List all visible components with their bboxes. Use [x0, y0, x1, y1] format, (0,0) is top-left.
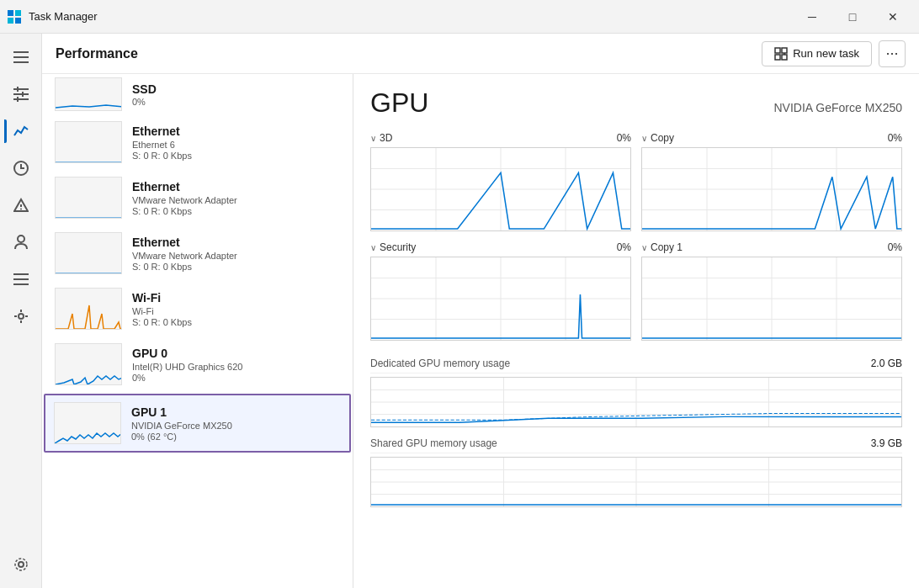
- svg-rect-19: [13, 278, 29, 280]
- svg-rect-18: [13, 273, 29, 275]
- dedicated-memory-chart: [370, 377, 902, 427]
- ethernet3-chart: [55, 232, 122, 274]
- svg-rect-2: [8, 18, 13, 24]
- svg-rect-30: [775, 55, 780, 60]
- svg-point-27: [15, 559, 27, 570]
- shared-memory-label: Shared GPU memory usage: [370, 437, 497, 449]
- chart-security: ∨ Security 0%: [370, 241, 631, 341]
- svg-rect-6: [13, 61, 29, 63]
- chevron-copy1-icon[interactable]: ∨: [641, 243, 647, 252]
- chart-copy1: ∨ Copy 1 0%: [641, 241, 902, 341]
- svg-rect-28: [775, 48, 780, 53]
- list-item-selected[interactable]: GPU 1 NVIDIA GeForce MX250 0% (62 °C): [44, 394, 351, 453]
- icon-nav: [0, 34, 42, 588]
- chart-copy-value: 0%: [888, 132, 902, 144]
- wifi-chart: [55, 288, 122, 330]
- gpu0-sub: Intel(R) UHD Graphics 620: [132, 362, 343, 372]
- svg-point-21: [19, 314, 24, 319]
- minimize-button[interactable]: ─: [793, 3, 831, 30]
- svg-rect-20: [13, 283, 29, 285]
- gpu0-chart: [55, 343, 122, 385]
- list-item[interactable]: SSD 0%: [42, 74, 353, 114]
- gpu0-stat: 0%: [132, 373, 343, 383]
- dedicated-memory-row: Dedicated GPU memory usage 2.0 GB: [370, 354, 902, 373]
- chevron-copy-icon[interactable]: ∨: [641, 134, 647, 143]
- chevron-3d-icon[interactable]: ∨: [370, 134, 376, 143]
- nav-app-history[interactable]: [4, 151, 38, 185]
- ssd-chart: [55, 77, 122, 111]
- shared-memory-chart: [370, 457, 902, 507]
- chart-copy1-box: [641, 257, 902, 341]
- nav-users[interactable]: [4, 225, 38, 259]
- shared-memory-value: 3.9 GB: [871, 437, 902, 449]
- list-item[interactable]: GPU 0 Intel(R) UHD Graphics 620 0%: [42, 336, 353, 392]
- chart-copy: ∨ Copy 0%: [641, 132, 902, 231]
- gpu0-name: GPU 0: [132, 347, 343, 360]
- wifi-name: Wi-Fi: [132, 291, 343, 305]
- svg-point-17: [18, 236, 24, 242]
- svg-rect-9: [13, 98, 29, 100]
- nav-settings[interactable]: [4, 548, 38, 581]
- wifi-sub: Wi-Fi: [132, 306, 343, 316]
- gpu1-sub: NVIDIA GeForce MX250: [131, 421, 341, 431]
- svg-rect-3: [15, 18, 21, 24]
- nav-hamburger[interactable]: [4, 40, 38, 74]
- header-actions: Run new task ···: [762, 40, 906, 67]
- run-task-label: Run new task: [793, 47, 859, 60]
- ethernet3-stat: S: 0 R: 0 Kbps: [132, 262, 343, 272]
- nav-services[interactable]: [4, 299, 38, 333]
- chart-3d-box: [370, 147, 631, 231]
- ethernet1-chart: [55, 121, 122, 163]
- nav-performance[interactable]: [4, 114, 38, 148]
- content-header: Performance Run new task ···: [42, 34, 919, 74]
- list-item[interactable]: Ethernet VMware Network Adapter S: 0 R: …: [42, 170, 353, 225]
- chart-security-box: [370, 257, 631, 341]
- list-item[interactable]: Ethernet VMware Network Adapter S: 0 R: …: [42, 225, 353, 281]
- svg-rect-11: [22, 92, 24, 97]
- svg-rect-0: [8, 10, 13, 16]
- svg-rect-10: [17, 87, 19, 92]
- svg-rect-12: [17, 97, 19, 102]
- ethernet1-stat: S: 0 R: 0 Kbps: [132, 151, 343, 161]
- wifi-stat: S: 0 R: 0 Kbps: [132, 317, 343, 327]
- chart-security-value: 0%: [617, 241, 631, 253]
- chart-3d-label: 3D: [380, 132, 392, 144]
- list-item[interactable]: Wi-Fi Wi-Fi S: 0 R: 0 Kbps: [42, 281, 353, 336]
- ethernet3-name: Ethernet: [132, 236, 343, 249]
- close-button[interactable]: ✕: [874, 3, 912, 30]
- performance-list[interactable]: SSD 0% Ethernet Ethernet 6 S: 0 R: 0 K: [42, 74, 353, 588]
- list-item[interactable]: Ethernet Ethernet 6 S: 0 R: 0 Kbps: [42, 114, 353, 170]
- window-controls: ─ □ ✕: [793, 3, 912, 30]
- ethernet2-chart: [55, 177, 122, 219]
- ethernet1-sub: Ethernet 6: [132, 140, 343, 150]
- gpu-model: NVIDIA GeForce MX250: [773, 101, 902, 114]
- chevron-security-icon[interactable]: ∨: [370, 243, 376, 252]
- app-title: Task Manager: [29, 10, 98, 23]
- ssd-stat: 0%: [132, 97, 343, 107]
- ssd-name: SSD: [132, 82, 343, 96]
- chart-copy1-label: Copy 1: [651, 241, 683, 253]
- gpu-header: GPU NVIDIA GeForce MX250: [370, 87, 902, 119]
- svg-rect-8: [13, 93, 29, 95]
- run-new-task-button[interactable]: Run new task: [762, 41, 872, 66]
- app-body: Performance Run new task ···: [0, 34, 919, 588]
- dedicated-memory-value: 2.0 GB: [871, 358, 902, 369]
- restore-button[interactable]: □: [833, 3, 872, 30]
- more-options-button[interactable]: ···: [879, 40, 906, 67]
- content-body: SSD 0% Ethernet Ethernet 6 S: 0 R: 0 K: [42, 74, 919, 588]
- svg-rect-31: [782, 55, 787, 60]
- gpu1-name: GPU 1: [131, 405, 341, 419]
- svg-rect-4: [13, 51, 29, 53]
- gpu1-chart: [54, 402, 121, 444]
- shared-memory-row: Shared GPU memory usage 3.9 GB: [370, 434, 902, 453]
- gpu1-stat: 0% (62 °C): [131, 432, 341, 442]
- nav-details[interactable]: [4, 262, 38, 296]
- ethernet1-name: Ethernet: [132, 124, 343, 138]
- charts-grid: ∨ 3D 0%: [370, 132, 902, 341]
- nav-startup[interactable]: [4, 188, 38, 222]
- nav-processes[interactable]: [4, 77, 38, 111]
- gpu-detail-panel: GPU NVIDIA GeForce MX250 ∨ 3D 0%: [353, 74, 919, 588]
- app-icon: [7, 9, 22, 24]
- ethernet2-stat: S: 0 R: 0 Kbps: [132, 206, 343, 216]
- chart-security-label: Security: [380, 241, 416, 253]
